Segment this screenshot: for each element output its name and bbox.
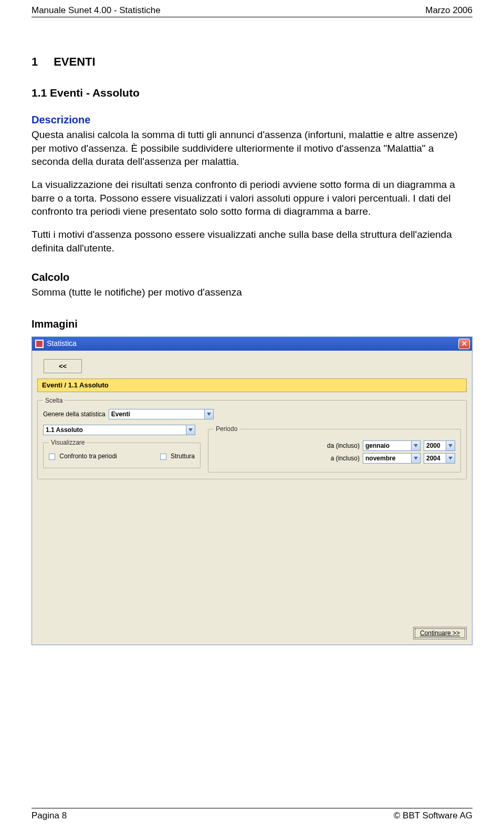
genere-combo[interactable]: Eventi: [109, 409, 214, 419]
heading-1: 1 EVENTI: [32, 54, 472, 70]
titlebar: Statistica ✕: [32, 337, 472, 351]
immagini-label: Immagini: [32, 317, 472, 331]
close-button[interactable]: ✕: [458, 339, 470, 349]
chevron-down-icon[interactable]: [204, 409, 213, 419]
chevron-down-icon[interactable]: [446, 441, 455, 450]
continue-button[interactable]: Continuare >>: [413, 627, 467, 639]
heading-2: 1.1 Eventi - Assoluto: [32, 86, 472, 100]
close-icon: ✕: [461, 339, 467, 349]
continue-label: Continuare >>: [420, 629, 460, 637]
statistic-combo[interactable]: 1.1 Assoluto: [43, 425, 195, 435]
da-year-value: 2000: [426, 441, 446, 450]
descrizione-label: Descrizione: [32, 113, 472, 127]
back-button[interactable]: <<: [44, 359, 82, 374]
doc-header-left: Manuale Sunet 4.00 - Statistiche: [32, 5, 161, 16]
checkbox-icon: [49, 454, 55, 460]
paragraph-3: Tutti i motivi d'assenza possono essere …: [32, 228, 472, 255]
a-year-combo[interactable]: 2004: [424, 453, 455, 464]
checkbox-icon: [160, 454, 166, 460]
da-year-combo[interactable]: 2000: [424, 440, 455, 451]
chevron-down-icon[interactable]: [446, 454, 455, 463]
paragraph-1: Questa analisi calcola la somma di tutti…: [32, 128, 472, 169]
da-month-combo[interactable]: gennaio: [363, 440, 421, 451]
a-month-combo[interactable]: novembre: [363, 453, 421, 464]
app-icon: [35, 340, 44, 348]
chevron-down-icon[interactable]: [186, 425, 195, 435]
confronto-checkbox[interactable]: Confronto tra periodi: [49, 452, 117, 460]
footer-copyright: © BBT Software AG: [394, 811, 472, 821]
struttura-checkbox[interactable]: Struttura: [160, 452, 195, 460]
confronto-label: Confronto tra periodi: [59, 453, 117, 460]
a-month-value: novembre: [365, 454, 411, 462]
da-label: da (incluso): [322, 441, 360, 450]
periodo-fieldset: Periodo da (incluso) gennaio 2000: [208, 425, 461, 472]
struttura-label: Struttura: [171, 453, 195, 460]
chevron-down-icon[interactable]: [411, 454, 420, 463]
a-label: a (incluso): [322, 454, 360, 462]
h1-title: EVENTI: [54, 55, 95, 68]
doc-header-right: Marzo 2006: [425, 5, 472, 16]
genere-value: Eventi: [111, 410, 204, 418]
chevron-down-icon[interactable]: [411, 441, 420, 450]
paragraph-2: La visualizzazione dei risultati senza c…: [32, 178, 472, 218]
a-year-value: 2004: [426, 454, 446, 462]
calcolo-text: Somma (tutte le notifiche) per motivo d'…: [32, 286, 472, 299]
visualizzare-fieldset: Visualizzare Confronto tra periodi Strut…: [43, 438, 201, 468]
periodo-legend: Periodo: [214, 425, 239, 433]
scelta-legend: Scelta: [43, 396, 65, 405]
visualizzare-legend: Visualizzare: [49, 438, 87, 447]
statistic-value: 1.1 Assoluto: [46, 426, 186, 434]
h1-number: 1: [32, 54, 50, 70]
breadcrumb-bar: Eventi / 1.1 Assoluto: [37, 378, 467, 392]
genere-label: Genere della statistica: [43, 410, 106, 418]
footer-page: Pagina 8: [32, 811, 67, 821]
calcolo-label: Calcolo: [32, 270, 472, 285]
scelta-fieldset: Scelta Genere della statistica Eventi: [37, 396, 467, 479]
window-title: Statistica: [47, 339, 77, 349]
da-month-value: gennaio: [365, 441, 411, 450]
statistica-window: Statistica ✕ << Eventi / 1.1 Assoluto Sc…: [32, 336, 472, 645]
